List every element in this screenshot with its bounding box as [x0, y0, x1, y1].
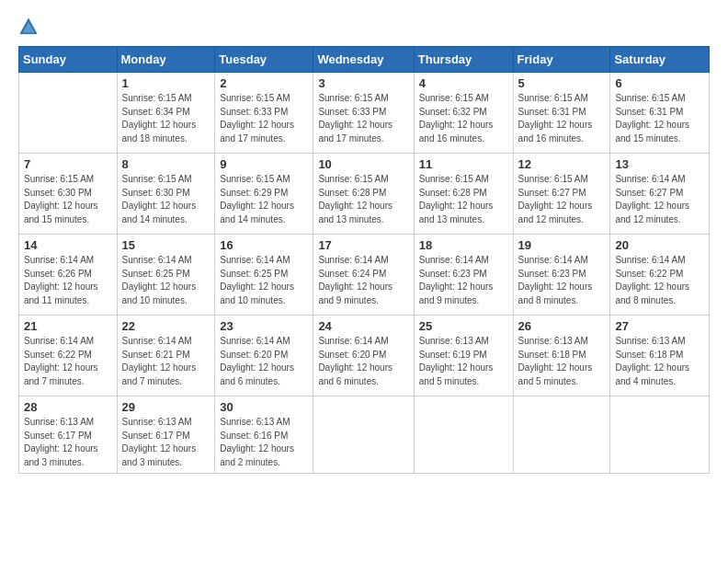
week-row-5: 28Sunrise: 6:13 AM Sunset: 6:17 PM Dayli… — [19, 396, 710, 474]
day-number: 24 — [318, 319, 408, 333]
calendar-cell: 15Sunrise: 6:14 AM Sunset: 6:25 PM Dayli… — [117, 235, 215, 316]
calendar-cell: 8Sunrise: 6:15 AM Sunset: 6:30 PM Daylig… — [117, 154, 215, 235]
calendar-cell: 9Sunrise: 6:15 AM Sunset: 6:29 PM Daylig… — [215, 154, 313, 235]
day-number: 26 — [518, 319, 606, 333]
day-number: 17 — [318, 238, 408, 252]
day-number: 29 — [122, 400, 210, 414]
day-info: Sunrise: 6:13 AM Sunset: 6:18 PM Dayligh… — [615, 335, 704, 388]
calendar-cell: 23Sunrise: 6:14 AM Sunset: 6:20 PM Dayli… — [215, 316, 313, 396]
day-info: Sunrise: 6:14 AM Sunset: 6:21 PM Dayligh… — [122, 335, 210, 388]
day-number: 11 — [419, 157, 508, 171]
calendar-cell — [313, 396, 414, 474]
day-number: 28 — [24, 400, 112, 414]
day-info: Sunrise: 6:13 AM Sunset: 6:18 PM Dayligh… — [518, 335, 606, 388]
logo — [18, 17, 42, 37]
weekday-header-thursday: Thursday — [414, 47, 513, 73]
day-info: Sunrise: 6:15 AM Sunset: 6:29 PM Dayligh… — [220, 173, 308, 226]
day-number: 12 — [518, 157, 606, 171]
calendar-cell: 21Sunrise: 6:14 AM Sunset: 6:22 PM Dayli… — [19, 316, 118, 396]
calendar-cell: 11Sunrise: 6:15 AM Sunset: 6:28 PM Dayli… — [414, 154, 513, 235]
page-container: SundayMondayTuesdayWednesdayThursdayFrid… — [0, 0, 728, 563]
day-info: Sunrise: 6:15 AM Sunset: 6:31 PM Dayligh… — [518, 92, 606, 145]
calendar-cell: 12Sunrise: 6:15 AM Sunset: 6:27 PM Dayli… — [513, 154, 610, 235]
calendar-cell: 2Sunrise: 6:15 AM Sunset: 6:33 PM Daylig… — [215, 73, 313, 154]
day-number: 2 — [220, 76, 308, 90]
day-number: 25 — [419, 319, 508, 333]
weekday-header-row: SundayMondayTuesdayWednesdayThursdayFrid… — [19, 47, 710, 73]
calendar-cell: 22Sunrise: 6:14 AM Sunset: 6:21 PM Dayli… — [117, 316, 215, 396]
calendar-cell: 19Sunrise: 6:14 AM Sunset: 6:23 PM Dayli… — [513, 235, 610, 316]
calendar-cell: 30Sunrise: 6:13 AM Sunset: 6:16 PM Dayli… — [215, 396, 313, 474]
week-row-3: 14Sunrise: 6:14 AM Sunset: 6:26 PM Dayli… — [19, 235, 710, 316]
calendar-cell: 18Sunrise: 6:14 AM Sunset: 6:23 PM Dayli… — [414, 235, 513, 316]
calendar-cell: 1Sunrise: 6:15 AM Sunset: 6:34 PM Daylig… — [117, 73, 215, 154]
day-info: Sunrise: 6:15 AM Sunset: 6:31 PM Dayligh… — [615, 92, 704, 145]
day-info: Sunrise: 6:14 AM Sunset: 6:22 PM Dayligh… — [615, 254, 704, 307]
day-number: 19 — [518, 238, 606, 252]
day-number: 10 — [318, 157, 408, 171]
day-number: 27 — [615, 319, 704, 333]
day-info: Sunrise: 6:14 AM Sunset: 6:25 PM Dayligh… — [220, 254, 308, 307]
day-info: Sunrise: 6:13 AM Sunset: 6:19 PM Dayligh… — [419, 335, 508, 388]
day-info: Sunrise: 6:14 AM Sunset: 6:26 PM Dayligh… — [24, 254, 112, 307]
day-number: 15 — [122, 238, 210, 252]
weekday-header-friday: Friday — [513, 47, 610, 73]
day-number: 18 — [419, 238, 508, 252]
day-info: Sunrise: 6:13 AM Sunset: 6:16 PM Dayligh… — [220, 416, 308, 469]
weekday-header-monday: Monday — [117, 47, 215, 73]
day-info: Sunrise: 6:14 AM Sunset: 6:20 PM Dayligh… — [220, 335, 308, 388]
weekday-header-sunday: Sunday — [19, 47, 118, 73]
day-number: 4 — [419, 76, 508, 90]
day-info: Sunrise: 6:14 AM Sunset: 6:23 PM Dayligh… — [518, 254, 606, 307]
day-number: 6 — [615, 76, 704, 90]
weekday-header-saturday: Saturday — [610, 47, 710, 73]
calendar-cell — [513, 396, 610, 474]
day-info: Sunrise: 6:15 AM Sunset: 6:28 PM Dayligh… — [419, 173, 508, 226]
day-info: Sunrise: 6:14 AM Sunset: 6:20 PM Dayligh… — [318, 335, 408, 388]
day-number: 16 — [220, 238, 308, 252]
day-number: 23 — [220, 319, 308, 333]
header — [18, 17, 710, 37]
day-info: Sunrise: 6:15 AM Sunset: 6:30 PM Dayligh… — [122, 173, 210, 226]
day-number: 1 — [122, 76, 210, 90]
day-number: 22 — [122, 319, 210, 333]
calendar-cell: 4Sunrise: 6:15 AM Sunset: 6:32 PM Daylig… — [414, 73, 513, 154]
calendar-cell: 20Sunrise: 6:14 AM Sunset: 6:22 PM Dayli… — [610, 235, 710, 316]
calendar-cell — [610, 396, 710, 474]
day-number: 7 — [24, 157, 112, 171]
day-number: 30 — [220, 400, 308, 414]
day-info: Sunrise: 6:15 AM Sunset: 6:33 PM Dayligh… — [220, 92, 308, 145]
calendar-cell: 3Sunrise: 6:15 AM Sunset: 6:33 PM Daylig… — [313, 73, 414, 154]
calendar-cell: 28Sunrise: 6:13 AM Sunset: 6:17 PM Dayli… — [19, 396, 118, 474]
calendar-cell: 7Sunrise: 6:15 AM Sunset: 6:30 PM Daylig… — [19, 154, 118, 235]
week-row-1: 1Sunrise: 6:15 AM Sunset: 6:34 PM Daylig… — [19, 73, 710, 154]
week-row-4: 21Sunrise: 6:14 AM Sunset: 6:22 PM Dayli… — [19, 316, 710, 396]
day-number: 14 — [24, 238, 112, 252]
logo-icon — [18, 17, 39, 37]
day-info: Sunrise: 6:15 AM Sunset: 6:32 PM Dayligh… — [419, 92, 508, 145]
weekday-header-wednesday: Wednesday — [313, 47, 414, 73]
calendar-table: SundayMondayTuesdayWednesdayThursdayFrid… — [18, 46, 710, 474]
day-info: Sunrise: 6:15 AM Sunset: 6:30 PM Dayligh… — [24, 173, 112, 226]
day-info: Sunrise: 6:15 AM Sunset: 6:27 PM Dayligh… — [518, 173, 606, 226]
weekday-header-tuesday: Tuesday — [215, 47, 313, 73]
day-info: Sunrise: 6:14 AM Sunset: 6:25 PM Dayligh… — [122, 254, 210, 307]
day-info: Sunrise: 6:13 AM Sunset: 6:17 PM Dayligh… — [24, 416, 112, 469]
calendar-cell: 24Sunrise: 6:14 AM Sunset: 6:20 PM Dayli… — [313, 316, 414, 396]
calendar-cell: 13Sunrise: 6:14 AM Sunset: 6:27 PM Dayli… — [610, 154, 710, 235]
day-info: Sunrise: 6:15 AM Sunset: 6:28 PM Dayligh… — [318, 173, 408, 226]
day-number: 5 — [518, 76, 606, 90]
day-info: Sunrise: 6:14 AM Sunset: 6:24 PM Dayligh… — [318, 254, 408, 307]
day-info: Sunrise: 6:13 AM Sunset: 6:17 PM Dayligh… — [122, 416, 210, 469]
calendar-cell: 27Sunrise: 6:13 AM Sunset: 6:18 PM Dayli… — [610, 316, 710, 396]
calendar-cell: 14Sunrise: 6:14 AM Sunset: 6:26 PM Dayli… — [19, 235, 118, 316]
calendar-cell: 17Sunrise: 6:14 AM Sunset: 6:24 PM Dayli… — [313, 235, 414, 316]
calendar-cell: 5Sunrise: 6:15 AM Sunset: 6:31 PM Daylig… — [513, 73, 610, 154]
day-number: 9 — [220, 157, 308, 171]
day-info: Sunrise: 6:14 AM Sunset: 6:27 PM Dayligh… — [615, 173, 704, 226]
calendar-cell: 25Sunrise: 6:13 AM Sunset: 6:19 PM Dayli… — [414, 316, 513, 396]
calendar-cell: 6Sunrise: 6:15 AM Sunset: 6:31 PM Daylig… — [610, 73, 710, 154]
calendar-cell: 29Sunrise: 6:13 AM Sunset: 6:17 PM Dayli… — [117, 396, 215, 474]
week-row-2: 7Sunrise: 6:15 AM Sunset: 6:30 PM Daylig… — [19, 154, 710, 235]
calendar-cell: 16Sunrise: 6:14 AM Sunset: 6:25 PM Dayli… — [215, 235, 313, 316]
